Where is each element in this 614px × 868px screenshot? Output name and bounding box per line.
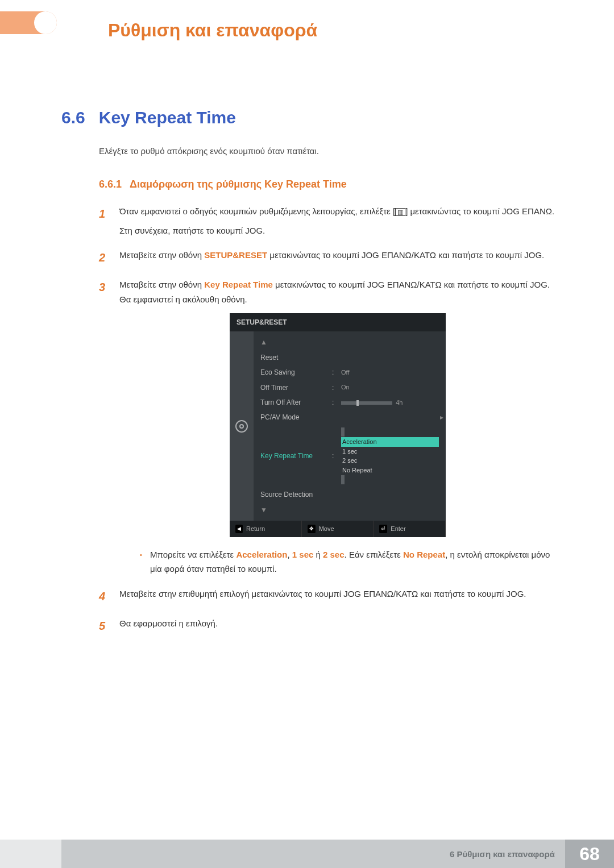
step-text: Μεταβείτε στην οθόνη	[119, 280, 204, 289]
footer-chapter: 6 Ρύθμιση και επαναφορά	[61, 840, 565, 868]
slider-icon	[341, 401, 392, 405]
osd-option: 2 sec	[341, 456, 439, 466]
section-number: 6.6	[61, 108, 85, 127]
osd-label: Reset	[260, 352, 329, 363]
osd-label: Source Detection	[260, 489, 329, 500]
osd-row-offtimer: Off Timer : On	[254, 380, 446, 395]
step-text: Μεταβείτε στην οθόνη	[119, 250, 204, 260]
note-list: Μπορείτε να επιλέξετε Acceleration, 1 se…	[140, 547, 556, 576]
note-text: ,	[287, 550, 292, 559]
step-body: Θα εφαρμοστεί η επιλογή.	[119, 616, 556, 636]
highlight-setup-reset: SETUP&RESET	[204, 250, 267, 260]
osd-sidebar	[230, 331, 254, 521]
step-text: Όταν εμφανιστεί ο οδηγός κουμπιών ρυθμιζ…	[119, 206, 395, 216]
chapter-title: Ρύθμιση και επαναφορά	[108, 20, 317, 41]
footer-left-gutter	[0, 840, 61, 868]
osd-footer-return: Return	[246, 524, 265, 534]
note-text: ή	[313, 550, 323, 559]
subsection-title: Διαμόρφωση της ρύθμισης Key Repeat Time	[130, 178, 347, 190]
step-body: Μεταβείτε στην επιθυμητή επιλογή μετακιν…	[119, 587, 556, 606]
step-text: μετακινώντας το κουμπί JOG ΕΠΑΝΩ/ΚΑΤΩ κα…	[267, 250, 544, 260]
step-number: 5	[99, 616, 109, 636]
osd-menu: SETUP&RESET ▲ Reset	[230, 313, 446, 537]
section-heading: 6.6 Key Repeat Time	[61, 108, 556, 127]
highlight-2sec: 2 sec	[323, 550, 345, 559]
step-body: Μεταβείτε στην οθόνη SETUP&RESET μετακιν…	[119, 248, 556, 267]
gear-icon	[235, 420, 248, 433]
footer-page-number: 68	[565, 840, 614, 868]
section-title: Key Repeat Time	[99, 108, 236, 127]
step-2: 2 Μεταβείτε στην οθόνη SETUP&RESET μετακ…	[99, 248, 556, 267]
step-text: ] μετακινώντας το κουμπί JOG ΕΠΑΝΩ.	[405, 206, 554, 216]
step-1: 1 Όταν εμφανιστεί ο οδηγός κουμπιών ρυθμ…	[99, 204, 556, 238]
step-number: 2	[99, 248, 109, 267]
step-number: 3	[99, 277, 109, 576]
osd-row-source: Source Detection	[254, 487, 446, 502]
chevron-right-icon: ▸	[440, 412, 443, 423]
osd-footer-move: Move	[319, 524, 334, 534]
osd-label: Eco Saving	[260, 367, 329, 378]
osd-label: PC/AV Mode	[260, 412, 329, 423]
step-number: 1	[99, 204, 109, 238]
page-footer: 6 Ρύθμιση και επαναφορά 68	[0, 840, 614, 868]
osd-label: Turn Off After	[260, 397, 329, 408]
osd-row-turnoff: Turn Off After : 4h	[254, 395, 446, 410]
highlight-key-repeat: Key Repeat Time	[204, 280, 273, 289]
osd-list: ▲ Reset Eco Saving : Off Off T	[254, 331, 446, 521]
osd-footer-enter: Enter	[391, 524, 405, 534]
osd-option: Acceleration	[341, 437, 439, 447]
highlight-1sec: 1 sec	[292, 550, 314, 559]
osd-value: On	[341, 382, 439, 393]
osd-option: No Repeat	[341, 466, 439, 475]
step-body: Μεταβείτε στην οθόνη Key Repeat Time μετ…	[119, 277, 556, 576]
osd-row-pcav: PC/AV Mode ▸	[254, 410, 446, 425]
osd-row-reset: ▲	[254, 335, 446, 350]
highlight-norepeat: No Repeat	[403, 550, 445, 559]
osd-footer: ◀Return ✥Move ⏎Enter	[230, 521, 446, 537]
step-5: 5 Θα εφαρμοστεί η επιλογή.	[99, 616, 556, 636]
step-3: 3 Μεταβείτε στην οθόνη Key Repeat Time μ…	[99, 277, 556, 576]
steps-list: 1 Όταν εμφανιστεί ο οδηγός κουμπιών ρυθμ…	[99, 204, 556, 636]
menu-icon: ▥	[395, 208, 405, 216]
section-intro: Ελέγξτε το ρυθμό απόκρισης ενός κουμπιού…	[99, 144, 556, 158]
osd-row-keyrepeat: Key Repeat Time : Acceleration 1 sec 2 s…	[254, 425, 446, 487]
osd-row-eco: Eco Saving : Off	[254, 365, 446, 380]
key-icon: ◀	[235, 525, 243, 533]
osd-title: SETUP&RESET	[230, 313, 446, 331]
step-text: Στη συνέχεια, πατήστε το κουμπί JOG.	[119, 226, 265, 235]
note-text: Μπορείτε να επιλέξετε	[150, 550, 236, 559]
step-number: 4	[99, 587, 109, 606]
note-text: . Εάν επιλέξετε	[345, 550, 403, 559]
osd-row-reset: Reset	[254, 350, 446, 365]
osd-value: Off	[341, 367, 439, 378]
note-item: Μπορείτε να επιλέξετε Acceleration, 1 se…	[140, 547, 556, 576]
step-4: 4 Μεταβείτε στην επιθυμητή επιλογή μετακ…	[99, 587, 556, 606]
highlight-acceleration: Acceleration	[236, 550, 287, 559]
step-body: Όταν εμφανιστεί ο οδηγός κουμπιών ρυθμιζ…	[119, 204, 556, 238]
key-icon: ⏎	[379, 525, 387, 533]
key-icon: ✥	[308, 525, 316, 533]
subsection-number: 6.6.1	[99, 178, 122, 190]
osd-label: Off Timer	[260, 382, 329, 393]
osd-option: 1 sec	[341, 447, 439, 456]
subsection-heading: 6.6.1 Διαμόρφωση της ρύθμισης Key Repeat…	[99, 178, 556, 190]
chapter-tab	[0, 11, 57, 34]
osd-row-arrow: ▼	[254, 502, 446, 517]
osd-value: 4h	[341, 397, 439, 408]
page-content: 6.6 Key Repeat Time Ελέγξτε το ρυθμό από…	[61, 108, 556, 646]
osd-dropdown: Acceleration 1 sec 2 sec No Repeat	[341, 427, 439, 485]
osd-label: Key Repeat Time	[260, 450, 329, 462]
